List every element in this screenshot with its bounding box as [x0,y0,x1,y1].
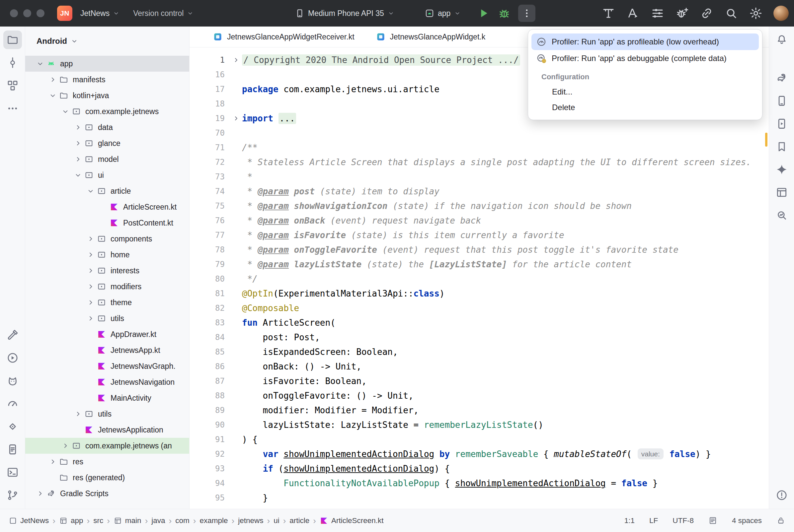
bug-plus-icon[interactable] [675,6,689,20]
tree-item-mainactivity[interactable]: MainActivity [25,390,189,406]
gutter-line-number[interactable]: 86 [189,359,230,374]
fold-marker-icon[interactable] [230,111,242,126]
popup-item-debuggable[interactable]: Profiler: Run 'app' as debuggable (compl… [532,50,759,66]
tree-item-articlescreen-kt[interactable]: ArticleScreen.kt [25,199,189,215]
gutter-line-number[interactable]: 91 [189,432,230,447]
tree-item-model[interactable]: model [25,151,189,167]
gutter-line-number[interactable]: 77 [189,228,230,243]
user-avatar[interactable] [773,6,789,21]
running-devices-tool-button[interactable] [772,114,791,133]
tree-item-jetnewsapplication[interactable]: JetnewsApplication [25,422,189,438]
tree-item-app[interactable]: app [25,56,189,72]
tree-item-interests[interactable]: interests [25,263,189,279]
link-icon[interactable] [700,6,714,20]
gutter-line-number[interactable]: 72 [189,155,230,170]
project-menu[interactable]: JetNews [80,9,120,18]
gutter-line-number[interactable]: 80 [189,272,230,286]
caret-position[interactable]: 1:1 [624,516,635,525]
breadcrumb-articlescreen-kt[interactable]: ArticleScreen.kt [320,516,384,525]
more-run-options-button[interactable] [518,5,535,22]
tree-item-jetnewsnavigation[interactable]: JetnewsNavigation [25,374,189,390]
project-view-selector[interactable]: Android [25,26,189,56]
gutter-line-number[interactable]: 90 [189,418,230,432]
problems-tool-button[interactable] [772,486,791,505]
run-config-selector[interactable]: app [425,8,461,18]
project-folder-tool-button[interactable] [3,31,22,49]
editor-tab-0[interactable]: JetnewsGlanceAppWidgetReceiver.kt [202,26,365,47]
git-branch-tool-button[interactable] [3,486,22,505]
indent-setting[interactable]: 4 spaces [732,516,762,525]
tree-item-com-example-jetnews-an[interactable]: com.example.jetnews (an [25,438,189,454]
tree-item-gradle-scripts[interactable]: Gradle Scripts [25,486,189,501]
gutter-line-number[interactable]: 79 [189,257,230,272]
gutter-line-number[interactable]: 1 [189,53,230,67]
breadcrumb-java[interactable]: java [151,516,165,525]
tree-item-utils[interactable]: utils [25,406,189,422]
breadcrumb-app[interactable]: app [59,516,83,525]
tree-item-modifiers[interactable]: modifiers [25,279,189,294]
gutter-line-number[interactable]: 75 [189,199,230,213]
breadcrumb-article[interactable]: article [290,516,309,525]
tree-item-res-generated[interactable]: res (generated) [25,470,189,486]
gutter-line-number[interactable]: 85 [189,345,230,359]
breadcrumb-example[interactable]: example [200,516,228,525]
logcat-tool-button[interactable] [3,372,22,390]
chevron-down-icon[interactable] [60,106,71,117]
structure-tool-button[interactable] [3,76,22,95]
scrollbar-warning-marker[interactable] [765,133,768,147]
close-window-button[interactable] [10,9,18,17]
app-insights-tool-button[interactable] [772,206,791,225]
gutter-line-number[interactable]: 89 [189,403,230,418]
maximize-window-button[interactable] [37,9,44,17]
breadcrumb-main[interactable]: main [113,516,142,525]
gutter-line-number[interactable]: 78 [189,243,230,257]
gutter-line-number[interactable]: 95 [189,491,230,505]
tree-item-ui[interactable]: ui [25,167,189,183]
chevron-right-icon[interactable] [72,122,84,133]
tree-item-res[interactable]: res [25,454,189,470]
chevron-right-icon[interactable] [72,154,84,165]
chevron-right-icon[interactable] [47,74,58,85]
more-horizontal-tool-button[interactable] [3,99,22,118]
gutter-line-number[interactable]: 83 [189,316,230,330]
tsquare-icon[interactable] [602,6,615,20]
gutter-line-number[interactable]: 71 [189,140,230,155]
build-hammer-tool-button[interactable] [3,326,22,344]
lock-icon[interactable] [776,516,786,525]
chevron-down-icon[interactable] [85,185,96,197]
popup-action-edit[interactable]: Edit... [532,84,759,99]
chevron-right-icon[interactable] [85,297,96,308]
gutter-line-number[interactable]: 88 [189,388,230,403]
gutter-line-number[interactable]: 16 [189,67,230,82]
breadcrumb-jetnews[interactable]: JetNews [8,516,49,525]
tree-item-utils[interactable]: utils [25,310,189,326]
chevron-down-icon[interactable] [35,58,46,69]
tree-item-theme[interactable]: theme [25,294,189,310]
gutter-line-number[interactable]: 94 [189,476,230,491]
terminal-tool-button[interactable] [3,463,22,481]
breadcrumb-com[interactable]: com [175,516,189,525]
layout-inspector-tool-button[interactable] [772,183,791,202]
chevron-right-icon[interactable] [85,265,96,276]
settings-icon[interactable] [749,6,763,20]
chevron-down-icon[interactable] [47,90,58,101]
file-encoding[interactable]: UTF-8 [672,516,694,525]
line-separator[interactable]: LF [649,516,658,525]
gradle-tool-button[interactable] [772,69,791,87]
tree-item-article[interactable]: article [25,183,189,199]
tree-item-components[interactable]: components [25,231,189,247]
reader-mode-icon[interactable] [708,516,717,525]
gutter-line-number[interactable]: 84 [189,330,230,345]
breadcrumb-src[interactable]: src [93,516,103,525]
gutter-line-number[interactable]: 81 [189,286,230,301]
chevron-right-icon[interactable] [85,281,96,292]
commit-tool-button[interactable] [3,53,22,72]
chevron-right-icon[interactable] [72,138,84,149]
sliders-icon[interactable] [651,6,665,20]
gutter-line-number[interactable]: 70 [189,126,230,140]
gutter-line-number[interactable]: 19 [189,111,230,126]
profiler-gauge-tool-button[interactable] [3,394,22,413]
tree-item-kotlin-java[interactable]: kotlin+java [25,88,189,103]
chevron-right-icon[interactable] [60,440,71,451]
gutter-line-number[interactable]: 87 [189,374,230,388]
